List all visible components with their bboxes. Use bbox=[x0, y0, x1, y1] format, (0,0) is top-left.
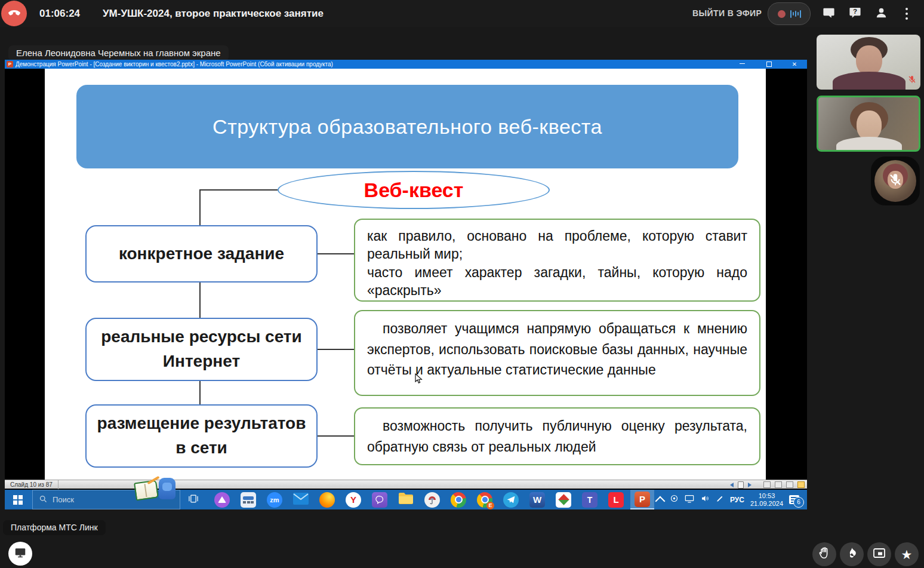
annotate-menu-button[interactable] bbox=[738, 481, 744, 489]
monitor-icon bbox=[14, 546, 27, 561]
platform-banner: Платформа МТС Линк bbox=[3, 520, 106, 535]
network-icon[interactable] bbox=[685, 495, 694, 505]
notification-center-button[interactable]: 6 bbox=[789, 495, 799, 504]
participant-video-1[interactable] bbox=[817, 35, 920, 90]
leave-call-button[interactable] bbox=[1, 1, 27, 26]
meeting-timer: 01:06:24 bbox=[39, 0, 80, 27]
node-box-2: реальные ресурсы сети Интернет bbox=[85, 318, 318, 381]
presenter-banner: Елена Леонидовна Черемных на главном экр… bbox=[8, 45, 229, 61]
webquest-ellipse: Веб-квест bbox=[278, 171, 550, 209]
statusbar-controls bbox=[730, 480, 805, 489]
tray-app-icon[interactable] bbox=[670, 494, 679, 505]
raise-hand-button[interactable] bbox=[812, 542, 836, 566]
taskbar-app-powerpoint[interactable]: P bbox=[630, 490, 654, 509]
slideshow-view-button[interactable] bbox=[797, 481, 805, 488]
taskbar-app-yandex[interactable]: Y bbox=[341, 490, 365, 509]
node-box-1: конкретное задание bbox=[85, 225, 318, 283]
calculator-icon bbox=[241, 492, 256, 508]
taskbar-app-telegram[interactable] bbox=[499, 490, 523, 509]
restore-button[interactable] bbox=[760, 60, 778, 69]
taskbar-app-chrome[interactable] bbox=[446, 490, 470, 509]
participant-video-2-active-speaker[interactable] bbox=[817, 96, 920, 152]
reactions-button[interactable] bbox=[840, 542, 864, 566]
taskbar-app-utility[interactable] bbox=[420, 490, 444, 509]
taskbar-app-zoom[interactable]: zm bbox=[263, 490, 287, 509]
connector-to-ellipse bbox=[199, 189, 278, 191]
record-dot-icon bbox=[778, 10, 786, 18]
umbrella-app-icon bbox=[424, 492, 440, 508]
taskbar-app-mail[interactable] bbox=[289, 490, 313, 509]
pip-icon bbox=[872, 546, 886, 563]
language-indicator[interactable]: РУС bbox=[730, 496, 744, 504]
participant-1-face bbox=[856, 45, 882, 75]
screen-share-indicator-button[interactable] bbox=[8, 542, 32, 566]
mts-link-icon: L bbox=[608, 492, 624, 508]
audio-level-icon bbox=[790, 9, 801, 19]
flame-icon bbox=[845, 546, 858, 562]
shared-screen: P Демонстрация PowerPoint - [Создание ви… bbox=[5, 60, 807, 509]
task-view-button[interactable] bbox=[181, 490, 205, 509]
slide-title-text: Структура образовательного веб-квеста bbox=[212, 115, 602, 139]
media-app-icon bbox=[214, 492, 230, 508]
zoom-icon: zm bbox=[267, 492, 282, 508]
desc-box-3: возможность получить публичную оценку ре… bbox=[354, 407, 760, 465]
participant-2-face bbox=[857, 110, 882, 140]
meeting-app: 01:06:24 УМ-УШК-2024, второе практическо… bbox=[0, 0, 924, 568]
prev-slide-button[interactable] bbox=[730, 483, 734, 487]
participants-button[interactable] bbox=[873, 6, 889, 22]
taskbar-app-teams[interactable]: T bbox=[578, 490, 602, 509]
reading-view-button[interactable] bbox=[786, 481, 793, 488]
star-icon: ★ bbox=[901, 548, 913, 561]
more-menu-button[interactable] bbox=[899, 6, 914, 22]
picture-in-picture-button[interactable] bbox=[867, 542, 891, 566]
connector-node3 bbox=[318, 435, 354, 437]
tray-clock[interactable]: 10:53 21.09.2024 bbox=[750, 492, 783, 508]
taskbar-app-media[interactable] bbox=[210, 490, 234, 509]
go-live-button[interactable]: ВЫЙТИ В ЭФИР bbox=[692, 0, 762, 27]
taskbar-app-mts-link[interactable]: L bbox=[604, 490, 628, 509]
powerpoint-app-icon: P bbox=[7, 61, 13, 67]
yandex-browser-icon: Y bbox=[346, 492, 361, 508]
chrome-profile-badge: E bbox=[486, 502, 494, 509]
taskbar-app-explorer[interactable] bbox=[394, 490, 418, 509]
taskbar-app-firefox[interactable] bbox=[315, 490, 339, 509]
favorites-button[interactable]: ★ bbox=[895, 542, 919, 566]
volume-icon[interactable] bbox=[700, 494, 710, 505]
help-button[interactable]: ? bbox=[847, 6, 863, 22]
taskbar-app-word[interactable]: W bbox=[525, 490, 549, 509]
chrome-profile-icon: E bbox=[477, 492, 492, 508]
notification-count-badge: 6 bbox=[793, 497, 804, 508]
windows-logo-icon bbox=[13, 495, 23, 505]
recording-control[interactable] bbox=[768, 2, 811, 25]
tray-expand-icon[interactable] bbox=[655, 496, 666, 506]
taskbar-app-viber[interactable] bbox=[368, 490, 392, 509]
start-button[interactable] bbox=[5, 490, 31, 509]
slide-sorter-view-button[interactable] bbox=[775, 481, 782, 488]
minimize-button[interactable] bbox=[733, 60, 751, 69]
next-slide-button[interactable] bbox=[748, 483, 751, 487]
tray-time: 10:53 bbox=[750, 492, 783, 500]
slide-counter: Слайд 10 из 87 bbox=[5, 480, 58, 489]
participant-avatar-3[interactable] bbox=[871, 156, 920, 205]
mouse-cursor bbox=[415, 373, 423, 386]
pen-icon[interactable] bbox=[716, 495, 724, 505]
chrome-icon bbox=[451, 492, 466, 508]
windows-taskbar: Поиск zm bbox=[5, 490, 807, 509]
taskbar-app-office[interactable] bbox=[552, 490, 575, 509]
folder-icon bbox=[398, 492, 414, 507]
mic-muted-icon-white bbox=[888, 172, 903, 190]
desc-box-1: как правило, основано на проблеме, котор… bbox=[354, 219, 760, 302]
viber-icon bbox=[372, 492, 387, 508]
window-title: Демонстрация PowerPoint - [Создание викт… bbox=[16, 60, 333, 69]
chat-button[interactable] bbox=[821, 6, 836, 22]
slide-canvas: Структура образовательного веб-квеста Ве… bbox=[45, 69, 766, 480]
close-button[interactable]: ✕ bbox=[786, 60, 803, 69]
telegram-icon bbox=[503, 492, 519, 508]
mail-icon bbox=[293, 493, 309, 507]
slide-title-box: Структура образовательного веб-квеста bbox=[76, 85, 738, 168]
powerpoint-statusbar: Слайд 10 из 87 bbox=[5, 480, 807, 489]
taskbar-app-chrome-profile[interactable]: E bbox=[473, 490, 497, 509]
taskbar-app-calculator[interactable] bbox=[236, 490, 260, 509]
normal-view-button[interactable] bbox=[763, 481, 771, 488]
powerpoint-titlebar: P Демонстрация PowerPoint - [Создание ви… bbox=[5, 60, 807, 69]
